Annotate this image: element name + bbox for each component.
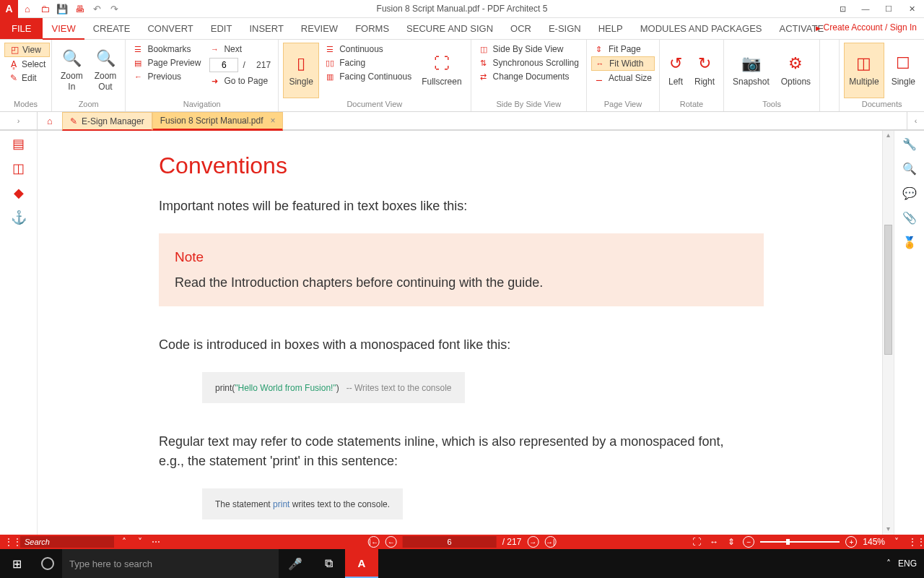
single-view-button[interactable]: ▯Single xyxy=(283,43,319,98)
mode-edit-button[interactable]: ✎Edit xyxy=(4,72,50,85)
page-preview-button[interactable]: ▤Page Preview xyxy=(130,56,204,69)
fit-page-status-icon[interactable]: ⇕ xyxy=(725,537,737,547)
tab-secure[interactable]: SECURE AND SIGN xyxy=(398,18,502,39)
next-page-icon[interactable]: → xyxy=(527,536,539,548)
mode-view-button[interactable]: ◰View xyxy=(4,43,50,57)
comment-icon[interactable]: 💬 xyxy=(899,184,920,202)
print-icon[interactable]: 🖶 xyxy=(71,1,87,17)
cortana-icon[interactable] xyxy=(33,549,62,578)
zoom-in-button[interactable]: 🔍Zoom In xyxy=(56,43,87,98)
scroll-up-icon[interactable]: ▴ xyxy=(883,131,894,141)
page-number-input[interactable] xyxy=(209,58,238,72)
open-icon[interactable]: 🗀 xyxy=(37,1,53,17)
attachment-icon[interactable]: 📎 xyxy=(899,209,920,226)
find-icon[interactable]: 🔍 xyxy=(899,160,920,177)
maximize-button[interactable]: ☐ xyxy=(879,1,898,16)
search-prev-icon[interactable]: ˄ xyxy=(118,537,130,547)
home-tab-icon[interactable]: ⌂ xyxy=(38,112,62,129)
single-doc-button[interactable]: ☐Single xyxy=(887,43,920,98)
bookmarks-panel-icon[interactable]: ◫ xyxy=(7,160,30,177)
close-tab-icon[interactable]: × xyxy=(270,116,275,126)
note-title: Note xyxy=(175,249,748,265)
paragraph: Code is introduced in boxes with a monos… xyxy=(159,335,749,355)
save-icon[interactable]: 💾 xyxy=(54,1,70,17)
search-options-icon[interactable]: ⋯ xyxy=(150,537,162,547)
rotate-left-button[interactable]: ↺Left xyxy=(664,43,687,98)
previous-button[interactable]: ←Previous xyxy=(130,70,204,83)
fit-width-button[interactable]: ↔Fit Width xyxy=(591,56,655,71)
tab-view[interactable]: VIEW xyxy=(43,18,84,40)
last-page-icon[interactable]: →| xyxy=(544,536,556,548)
search-next-icon[interactable]: ˅ xyxy=(134,537,146,547)
facing-button[interactable]: ▯▯Facing xyxy=(322,56,414,69)
signin-link[interactable]: ▶Create Account / Sign In xyxy=(816,22,917,33)
rotate-right-button[interactable]: ↻Right xyxy=(690,43,719,98)
tab-modules[interactable]: MODULES AND PACKAGES xyxy=(632,18,771,39)
mic-icon[interactable]: 🎤 xyxy=(279,549,312,578)
compact-icon[interactable]: ⊡ xyxy=(833,1,852,16)
facing-continuous-button[interactable]: ▥Facing Continuous xyxy=(322,70,414,83)
scroll-down-icon[interactable]: ▾ xyxy=(883,525,894,535)
wrench-icon[interactable]: 🔧 xyxy=(899,135,920,152)
page-input-row: / 217 xyxy=(206,56,274,74)
stamp-icon[interactable]: 🏅 xyxy=(899,233,920,251)
fullscreen-button[interactable]: ⛶Fullscreen xyxy=(417,43,466,98)
tab-forms[interactable]: FORMS xyxy=(346,18,398,39)
taskbar-app-icon[interactable]: A xyxy=(345,549,378,578)
snapshot-button[interactable]: 📷Snapshot xyxy=(728,43,774,98)
fit-screen-icon[interactable]: ⛶ xyxy=(691,537,702,547)
goto-page-button[interactable]: ➜Go to Page xyxy=(206,74,274,87)
tab-ocr[interactable]: OCR xyxy=(502,18,540,39)
tab-document[interactable]: Fusion 8 Script Manual.pdf× xyxy=(152,112,284,131)
zoom-out-status-icon[interactable]: − xyxy=(743,536,754,548)
first-page-icon[interactable]: |← xyxy=(368,536,380,548)
tab-edit[interactable]: EDIT xyxy=(202,18,241,39)
undo-icon[interactable]: ↶ xyxy=(89,1,105,17)
tab-convert[interactable]: CONVERT xyxy=(139,18,201,39)
layers-panel-icon[interactable]: ◆ xyxy=(7,184,30,202)
code-block: print("Hello World from Fusion!") -- Wri… xyxy=(202,372,465,403)
change-docs-button[interactable]: ⇄Change Documents xyxy=(476,70,582,83)
bookmarks-button[interactable]: ☰Bookmarks xyxy=(130,43,204,56)
actual-size-button[interactable]: ⚊Actual Size xyxy=(591,72,655,85)
sync-scroll-button[interactable]: ⇅Synchronous Scrolling xyxy=(476,56,582,69)
multiple-docs-button[interactable]: ◫Multiple xyxy=(844,43,884,98)
vertical-scrollbar[interactable]: ▴ ▾ xyxy=(882,131,894,535)
thumbnails-panel-icon[interactable]: ▤ xyxy=(7,135,30,152)
status-page-input[interactable] xyxy=(403,536,497,548)
taskbar-search[interactable] xyxy=(62,549,279,578)
fit-page-button[interactable]: ⇕Fit Page xyxy=(591,43,655,56)
start-button[interactable]: ⊞ xyxy=(0,549,33,578)
tab-help[interactable]: HELP xyxy=(590,18,632,39)
prev-page-icon[interactable]: ← xyxy=(385,536,397,548)
tab-review[interactable]: REVIEW xyxy=(292,18,346,39)
zoom-slider[interactable] xyxy=(760,541,840,543)
zoom-out-button[interactable]: 🔍Zoom Out xyxy=(90,43,121,98)
close-button[interactable]: ✕ xyxy=(902,1,921,16)
grip-icon: ⋮⋮ xyxy=(4,537,16,547)
fit-width-status-icon[interactable]: ↔ xyxy=(708,537,720,547)
next-button[interactable]: →Next xyxy=(206,43,274,56)
tab-insert[interactable]: INSERT xyxy=(240,18,292,39)
minimize-button[interactable]: — xyxy=(856,1,875,16)
home-icon[interactable]: ⌂ xyxy=(19,1,35,17)
expand-right-panel[interactable]: ‹ xyxy=(907,112,924,129)
continuous-button[interactable]: ☰Continuous xyxy=(322,43,414,56)
scroll-thumb[interactable] xyxy=(884,225,892,355)
expand-left-panel[interactable]: › xyxy=(0,112,38,129)
zoom-in-status-icon[interactable]: + xyxy=(845,536,857,548)
sbs-view-button[interactable]: ◫Side By Side View xyxy=(476,43,582,56)
zoom-menu-icon[interactable]: ˅ xyxy=(891,537,902,547)
search-input[interactable] xyxy=(20,536,114,548)
tray-chevron-icon[interactable]: ˄ xyxy=(886,558,891,569)
task-view-icon[interactable]: ⧉ xyxy=(312,549,345,578)
tab-esign-manager[interactable]: ✎E-Sign Manager xyxy=(62,112,152,131)
tab-esign[interactable]: E-SIGN xyxy=(540,18,590,39)
tray-lang[interactable]: ENG xyxy=(898,558,917,569)
options-button[interactable]: ⚙Options xyxy=(777,43,815,98)
anchor-panel-icon[interactable]: ⚓ xyxy=(7,209,30,226)
redo-icon[interactable]: ↷ xyxy=(106,1,122,17)
tab-create[interactable]: CREATE xyxy=(84,18,139,39)
mode-select-button[interactable]: A͇Select xyxy=(4,58,50,71)
tab-file[interactable]: FILE xyxy=(0,18,43,39)
